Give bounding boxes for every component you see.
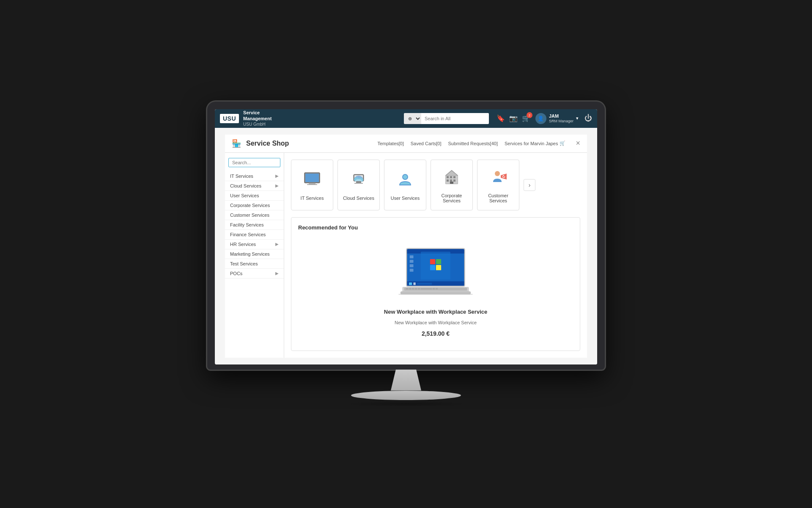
svg-rect-3 [307, 184, 317, 185]
screen-inner: USU ServiceManagement USU GmbH ⊕ 🔖 📷 [215, 109, 597, 364]
nav-search-area: ⊕ 🔖 📷 🛒 2 👤 [404, 113, 592, 124]
sidebar-label-hr-services: HR Services [230, 242, 256, 247]
nav-user[interactable]: 👤 JAM SRM Manager ▾ [535, 113, 579, 124]
user-services-label: User Services [391, 196, 420, 201]
product-image [393, 244, 478, 304]
user-services-icon [395, 169, 415, 192]
category-card-user-services[interactable]: User Services [384, 160, 426, 210]
cart-icon-small: 🛒 [560, 141, 565, 146]
svg-rect-11 [354, 183, 363, 184]
sidebar-item-test-services[interactable]: Test Services [225, 259, 284, 269]
corporate-services-icon [442, 167, 462, 190]
laptop-svg [393, 244, 478, 304]
chevron-down-icon: ▾ [576, 116, 579, 121]
product-price: 2,519.00 € [422, 330, 450, 337]
sidebar-label-test-services: Test Services [230, 261, 258, 266]
stand-neck [381, 370, 431, 391]
submitted-requests-link[interactable]: Submitted Requests[40] [448, 141, 498, 146]
sidebar-item-finance-services[interactable]: Finance Services [225, 230, 284, 240]
it-services-icon [302, 169, 322, 192]
user-info: JAM SRM Manager [549, 113, 573, 124]
user-avatar: 👤 [535, 113, 546, 124]
sidebar-item-it-services[interactable]: IT Services ▶ [225, 171, 284, 181]
customer-services-icon [488, 167, 508, 190]
close-button[interactable]: × [576, 139, 580, 148]
svg-rect-51 [421, 288, 432, 290]
logout-icon[interactable]: ⏻ [584, 114, 592, 123]
arrow-icon: ▶ [275, 271, 279, 276]
svg-rect-2 [309, 183, 315, 184]
svg-rect-38 [410, 268, 414, 271]
category-card-corporate-services[interactable]: Corporate Services [431, 160, 473, 210]
arrow-icon: ▶ [275, 174, 279, 178]
svg-rect-24 [450, 182, 453, 184]
sidebar-item-facility-services[interactable]: Facility Services [225, 220, 284, 230]
stand-base [351, 391, 461, 400]
sidebar-item-user-services[interactable]: User Services [225, 191, 284, 201]
svg-rect-43 [436, 265, 441, 270]
svg-rect-54 [401, 291, 471, 294]
svg-rect-52 [433, 288, 435, 290]
category-card-customer-services[interactable]: Customer Services [477, 160, 519, 210]
svg-rect-17 [450, 176, 452, 178]
svg-rect-40 [430, 259, 435, 264]
category-card-it-services[interactable]: IT Services [291, 160, 333, 210]
monitor-screen: USU ServiceManagement USU GmbH ⊕ 🔖 📷 [207, 102, 605, 370]
svg-rect-49 [415, 288, 417, 290]
nav-title: ServiceManagement USU GmbH [243, 110, 272, 127]
sidebar-label-user-services: User Services [230, 193, 259, 198]
sidebar-item-hr-services[interactable]: HR Services ▶ [225, 240, 284, 249]
sidebar-item-corporate-services[interactable]: Corporate Services [225, 201, 284, 210]
user-name: JAM [549, 113, 573, 119]
sidebar-label-finance-services: Finance Services [230, 232, 266, 237]
shop-title: Service Shop [246, 140, 372, 147]
sidebar-item-pocs[interactable]: POCs ▶ [225, 269, 284, 279]
shop-body: IT Services ▶ Cloud Services ▶ User Serv… [225, 153, 587, 358]
svg-rect-10 [356, 181, 361, 183]
saved-carts-link[interactable]: Saved Carts[0] [411, 141, 442, 146]
cloud-services-icon [348, 169, 369, 192]
cart-icon[interactable]: 🛒 2 [522, 114, 530, 122]
svg-rect-53 [436, 288, 438, 290]
search-filter-select[interactable]: ⊕ [404, 113, 421, 124]
svg-rect-32 [409, 282, 412, 285]
svg-rect-33 [414, 282, 416, 285]
svg-rect-46 [406, 288, 408, 290]
svg-rect-34 [417, 283, 432, 284]
nav-icons: 🔖 📷 🛒 2 [497, 114, 530, 122]
svg-rect-19 [447, 179, 449, 182]
sidebar-item-marketing-services[interactable]: Marketing Services [225, 249, 284, 259]
svg-rect-31 [407, 281, 464, 286]
shop-nav-links: Templates[0] Saved Carts[0] Submitted Re… [377, 141, 565, 146]
stand-shadow [343, 401, 469, 407]
product-card[interactable]: New Workplace with Workplace Service New… [298, 237, 573, 344]
shop-header: 🏪 Service Shop Templates[0] Saved Carts[… [225, 135, 587, 153]
sidebar-label-pocs: POCs [230, 271, 242, 276]
svg-point-25 [495, 171, 500, 176]
sidebar-search-input[interactable] [228, 158, 280, 167]
svg-rect-20 [450, 179, 452, 182]
sidebar-label-marketing-services: Marketing Services [230, 251, 270, 257]
search-input[interactable] [421, 113, 489, 124]
corporate-services-label: Corporate Services [434, 193, 469, 203]
recommended-section: Recommended for You [291, 217, 580, 351]
category-card-cloud-services[interactable]: Cloud Services [337, 160, 380, 210]
svg-rect-48 [412, 288, 414, 290]
main-content: 🏪 Service Shop Templates[0] Saved Carts[… [215, 128, 597, 364]
carousel-next-button[interactable]: › [524, 179, 535, 191]
recommended-title: Recommended for You [298, 224, 573, 231]
bookmark-icon[interactable]: 🔖 [497, 114, 505, 122]
sidebar-item-customer-services[interactable]: Customer Services [225, 210, 284, 220]
sidebar-item-cloud-services[interactable]: Cloud Services ▶ [225, 181, 284, 191]
monitor-stand [343, 370, 469, 407]
templates-link[interactable]: Templates[0] [377, 141, 403, 146]
camera-icon[interactable]: 📷 [509, 114, 518, 122]
product-name: New Workplace with Workplace Service [384, 309, 487, 315]
services-cart-link[interactable]: Services for Marvin Japes 🛒 [505, 141, 566, 146]
svg-rect-41 [436, 259, 441, 264]
svg-rect-47 [409, 288, 411, 290]
sidebar-label-corporate-services: Corporate Services [230, 203, 270, 208]
cart-badge: 2 [527, 112, 532, 118]
sidebar-label-customer-services: Customer Services [230, 213, 269, 218]
content-area: IT Services [284, 153, 587, 358]
